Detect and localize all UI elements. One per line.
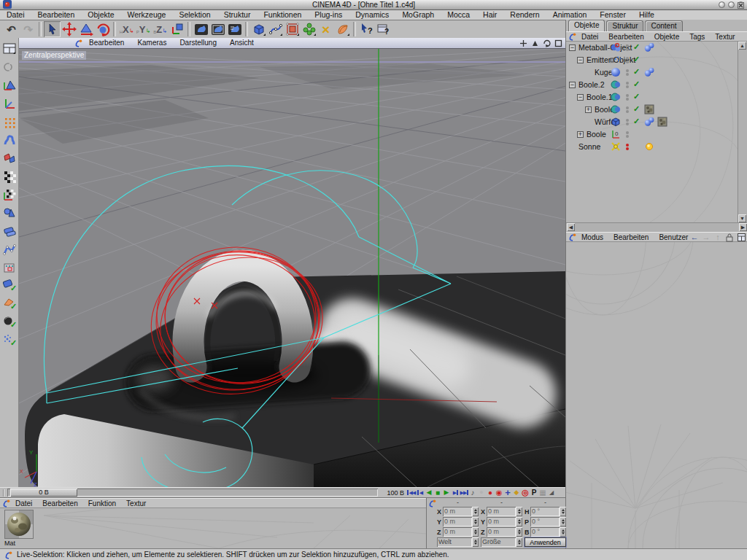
move-icon[interactable]	[61, 21, 77, 37]
make-editable-icon[interactable]	[1, 58, 18, 76]
panel-pin-icon[interactable]	[74, 39, 82, 47]
visibility-dots[interactable]	[626, 118, 629, 126]
point-mode-icon[interactable]	[1, 112, 18, 131]
tree-row-kugel[interactable]: Kugel✓	[566, 66, 738, 79]
material-preview[interactable]	[4, 510, 34, 539]
object-label[interactable]: Sonne	[578, 142, 600, 151]
history-back-icon[interactable]: ←	[690, 233, 699, 242]
visibility-dots[interactable]	[626, 56, 629, 64]
live-selection-icon[interactable]	[44, 21, 61, 37]
close-document-icon[interactable]	[738, 1, 744, 10]
record-objects-icon[interactable]: ●	[486, 489, 495, 497]
menu-item-bearbeiten[interactable]: Bearbeiten	[603, 32, 649, 42]
undo-icon[interactable]: ↶	[3, 21, 20, 37]
scroll-up-icon[interactable]: ▲	[738, 42, 746, 50]
keyframe-icon[interactable]: ◆	[512, 489, 521, 497]
menu-item-textur[interactable]: Textur	[121, 499, 151, 508]
minimize-button[interactable]	[719, 1, 725, 8]
pan-view-icon[interactable]	[519, 39, 527, 47]
tree-row-w-rfel[interactable]: Würfel✓	[566, 116, 738, 128]
lock-y-icon[interactable]: PY↳	[135, 21, 152, 37]
coord-field-z-1[interactable]: 0 m	[443, 527, 479, 537]
model-mode-icon[interactable]	[1, 76, 18, 94]
coordinate-system-icon[interactable]	[169, 21, 185, 37]
menu-item-rendern[interactable]: Rendern	[503, 10, 546, 20]
menu-item-animation[interactable]: Animation	[546, 10, 594, 20]
grid-toggle-icon[interactable]: ▦	[538, 489, 547, 497]
render-picture-viewer-icon[interactable]	[209, 21, 226, 37]
object-label[interactable]: Metaball-Objekt	[578, 43, 632, 52]
next-key-icon[interactable]: ▶	[451, 489, 460, 497]
visibility-dots[interactable]	[626, 106, 629, 114]
toggle-visibility-render-icon[interactable]: ✓	[1, 295, 18, 313]
tab-objekte[interactable]: Objekte	[568, 20, 605, 31]
edge-mode-icon[interactable]	[1, 131, 18, 149]
menu-item-textur[interactable]: Textur	[710, 32, 740, 42]
toggle-particles-icon[interactable]: ✓	[1, 331, 18, 349]
null-icon[interactable]: 0	[610, 128, 622, 141]
toggle-display-mode-icon[interactable]: ✓	[1, 313, 18, 331]
scroll-left-icon[interactable]: ◀	[567, 223, 575, 231]
pla-icon[interactable]: P	[530, 489, 538, 497]
menu-item-funktionen[interactable]: Funktionen	[257, 10, 308, 20]
lock-icon[interactable]	[725, 233, 734, 242]
menu-item-modus[interactable]: Modus	[576, 233, 608, 242]
menu-item-werkzeuge[interactable]: Werkzeuge	[121, 10, 173, 20]
object-mode-icon[interactable]	[1, 203, 18, 222]
visibility-dots[interactable]	[626, 143, 629, 151]
add-spline-icon[interactable]	[267, 21, 284, 37]
stepper-icon[interactable]	[560, 527, 566, 537]
menu-item-selektion[interactable]: Selektion	[172, 10, 217, 20]
light-tag-icon[interactable]	[643, 141, 655, 154]
help-pointer-icon[interactable]: ?	[358, 21, 375, 37]
polygon-mode-icon[interactable]	[1, 149, 18, 167]
record-parameters-icon[interactable]: ◉	[495, 489, 503, 497]
scene-info-icon[interactable]: ?	[375, 21, 392, 37]
record-icon[interactable]: ●	[477, 489, 486, 497]
stepper-icon[interactable]	[560, 507, 566, 516]
panel-corner-icon[interactable]: ◢	[547, 489, 556, 497]
enabled-check-icon[interactable]: ✓	[633, 55, 640, 64]
lock-x-icon[interactable]: HX↳	[118, 21, 135, 37]
add-modeling-object-icon[interactable]	[301, 21, 317, 37]
coord-field-x-1[interactable]: 0 m	[443, 507, 479, 516]
stepper-icon[interactable]	[472, 517, 479, 526]
viewport-layout-icon[interactable]	[1, 39, 18, 58]
selection-filter-icon[interactable]	[1, 258, 18, 276]
tab-struktur[interactable]: Struktur	[606, 20, 643, 31]
timeline-slider[interactable]: 0 B	[10, 489, 77, 497]
zoom-view-icon[interactable]	[530, 39, 539, 47]
texture-tag-icon[interactable]	[657, 116, 668, 129]
coord-field-x-2[interactable]: 0 m	[487, 507, 522, 516]
autokey-icon[interactable]: ◎	[521, 489, 530, 497]
redo-icon[interactable]: ↷	[20, 21, 36, 37]
menu-item-funktion[interactable]: Funktion	[83, 499, 121, 508]
add-scene-object-icon[interactable]	[334, 21, 351, 37]
menu-item-hair[interactable]: Hair	[476, 10, 503, 20]
phong-tag-icon[interactable]	[643, 116, 655, 129]
tree-row-boole[interactable]: +Boole0	[566, 128, 738, 141]
stop-icon[interactable]: ■	[433, 489, 442, 497]
enabled-check-icon[interactable]: ✓	[633, 92, 640, 101]
dropdown-gr-e[interactable]: Größe	[481, 537, 522, 547]
menu-item-bearbeiten[interactable]: Bearbeiten	[82, 38, 131, 48]
menu-item-datei[interactable]: Datei	[10, 499, 37, 508]
coord-field-z-2[interactable]: 0 m	[487, 527, 522, 537]
viewport-canvas[interactable]: Y X Z Zentralperspektive	[19, 49, 565, 487]
add-deformer-icon[interactable]: ×	[317, 21, 334, 37]
texture-axis-mode-icon[interactable]	[1, 185, 18, 203]
menu-item-bearbeiten[interactable]: Bearbeiten	[608, 233, 654, 242]
phong-tag-icon[interactable]	[643, 66, 655, 79]
enabled-check-icon[interactable]: ✓	[633, 79, 640, 89]
sun-icon[interactable]	[610, 141, 622, 154]
metaball-icon[interactable]	[610, 42, 622, 55]
tree-row-emitter-objekt[interactable]: −Emitter-Objekt✓	[566, 54, 738, 66]
menu-item-dynamics[interactable]: Dynamics	[349, 10, 395, 20]
boole-icon[interactable]	[610, 104, 622, 117]
boole-icon[interactable]	[610, 79, 622, 92]
menu-item-ansicht[interactable]: Ansicht	[223, 38, 260, 48]
collapse-icon[interactable]: −	[577, 94, 584, 101]
panel-pin-icon[interactable]	[428, 499, 436, 508]
stepper-icon[interactable]	[516, 527, 522, 537]
menu-item-kameras[interactable]: Kameras	[131, 38, 173, 48]
